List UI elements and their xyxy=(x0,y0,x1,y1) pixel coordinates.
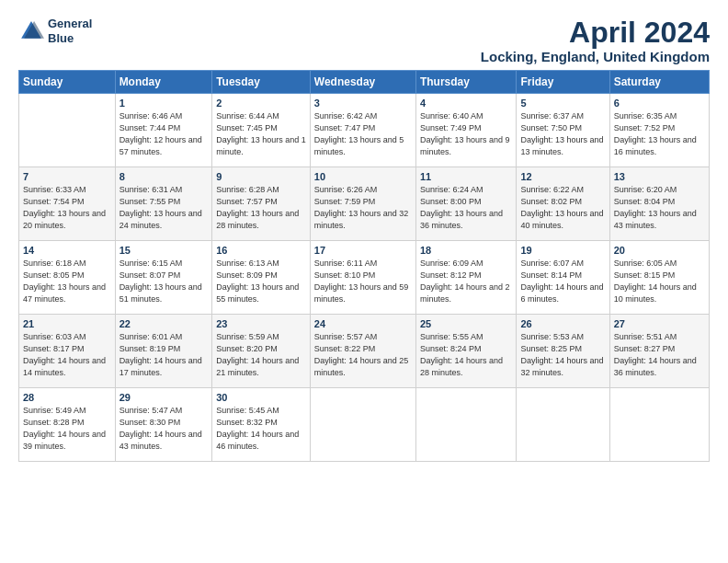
day-number: 16 xyxy=(216,245,306,256)
day-number: 7 xyxy=(23,171,111,182)
day-number: 29 xyxy=(119,392,209,403)
calendar-cell: 8Sunrise: 6:31 AMSunset: 7:55 PMDaylight… xyxy=(115,167,212,241)
day-number: 23 xyxy=(216,318,306,329)
header-cell-monday: Monday xyxy=(115,71,212,94)
cell-info: Sunrise: 5:47 AMSunset: 8:30 PMDaylight:… xyxy=(119,405,209,453)
day-number: 6 xyxy=(614,98,705,109)
week-row-5: 28Sunrise: 5:49 AMSunset: 8:28 PMDayligh… xyxy=(19,388,710,462)
calendar-cell: 9Sunrise: 6:28 AMSunset: 7:57 PMDaylight… xyxy=(212,167,311,241)
day-number: 21 xyxy=(23,318,111,329)
cell-info: Sunrise: 6:13 AMSunset: 8:09 PMDaylight:… xyxy=(216,258,306,305)
calendar-cell: 21Sunrise: 6:03 AMSunset: 8:17 PMDayligh… xyxy=(19,315,116,388)
calendar-cell: 19Sunrise: 6:07 AMSunset: 8:14 PMDayligh… xyxy=(517,241,609,315)
calendar-cell xyxy=(310,388,415,462)
calendar-cell: 18Sunrise: 6:09 AMSunset: 8:12 PMDayligh… xyxy=(415,241,516,315)
day-number: 13 xyxy=(614,171,705,182)
header-cell-wednesday: Wednesday xyxy=(310,71,415,94)
day-number: 27 xyxy=(614,318,705,329)
calendar-cell: 16Sunrise: 6:13 AMSunset: 8:09 PMDayligh… xyxy=(212,241,311,315)
week-row-3: 14Sunrise: 6:18 AMSunset: 8:05 PMDayligh… xyxy=(19,241,710,315)
calendar-cell: 15Sunrise: 6:15 AMSunset: 8:07 PMDayligh… xyxy=(115,241,212,315)
logo-line2: Blue xyxy=(48,31,92,46)
calendar-cell: 4Sunrise: 6:40 AMSunset: 7:49 PMDaylight… xyxy=(415,94,516,167)
cell-info: Sunrise: 6:35 AMSunset: 7:52 PMDaylight:… xyxy=(614,110,705,158)
calendar-cell: 26Sunrise: 5:53 AMSunset: 8:25 PMDayligh… xyxy=(517,315,609,388)
calendar-cell: 23Sunrise: 5:59 AMSunset: 8:20 PMDayligh… xyxy=(212,315,311,388)
cell-info: Sunrise: 6:46 AMSunset: 7:44 PMDaylight:… xyxy=(119,110,209,158)
cell-info: Sunrise: 6:28 AMSunset: 7:57 PMDaylight:… xyxy=(216,184,306,232)
calendar-cell xyxy=(517,388,609,462)
calendar-cell xyxy=(19,94,116,167)
day-number: 24 xyxy=(314,318,412,329)
day-number: 26 xyxy=(520,318,605,329)
calendar-cell xyxy=(609,388,709,462)
day-number: 14 xyxy=(23,245,111,256)
cell-info: Sunrise: 5:49 AMSunset: 8:28 PMDaylight:… xyxy=(23,405,111,453)
week-row-4: 21Sunrise: 6:03 AMSunset: 8:17 PMDayligh… xyxy=(19,315,710,388)
day-number: 11 xyxy=(420,171,512,182)
calendar-cell: 29Sunrise: 5:47 AMSunset: 8:30 PMDayligh… xyxy=(115,388,212,462)
header-cell-sunday: Sunday xyxy=(19,71,116,94)
day-number: 20 xyxy=(614,245,705,256)
calendar-cell: 27Sunrise: 5:51 AMSunset: 8:27 PMDayligh… xyxy=(609,315,709,388)
header: General Blue April 2024 Locking, England… xyxy=(18,17,710,64)
header-row: SundayMondayTuesdayWednesdayThursdayFrid… xyxy=(19,71,710,94)
day-number: 12 xyxy=(520,171,605,182)
calendar-cell: 7Sunrise: 6:33 AMSunset: 7:54 PMDaylight… xyxy=(19,167,116,241)
calendar-cell: 10Sunrise: 6:26 AMSunset: 7:59 PMDayligh… xyxy=(310,167,415,241)
cell-info: Sunrise: 6:15 AMSunset: 8:07 PMDaylight:… xyxy=(119,258,209,305)
calendar-cell: 5Sunrise: 6:37 AMSunset: 7:50 PMDaylight… xyxy=(517,94,609,167)
week-row-1: 1Sunrise: 6:46 AMSunset: 7:44 PMDaylight… xyxy=(19,94,710,167)
cell-info: Sunrise: 6:09 AMSunset: 8:12 PMDaylight:… xyxy=(420,258,512,305)
cell-info: Sunrise: 5:53 AMSunset: 8:25 PMDaylight:… xyxy=(520,331,605,379)
day-number: 17 xyxy=(314,245,412,256)
cell-info: Sunrise: 6:31 AMSunset: 7:55 PMDaylight:… xyxy=(119,184,209,232)
calendar-cell: 28Sunrise: 5:49 AMSunset: 8:28 PMDayligh… xyxy=(19,388,116,462)
header-cell-saturday: Saturday xyxy=(609,71,709,94)
day-number: 25 xyxy=(420,318,512,329)
cell-info: Sunrise: 6:33 AMSunset: 7:54 PMDaylight:… xyxy=(23,184,111,232)
day-number: 1 xyxy=(119,98,209,109)
day-number: 19 xyxy=(520,245,605,256)
cell-info: Sunrise: 6:22 AMSunset: 8:02 PMDaylight:… xyxy=(520,184,605,232)
day-number: 15 xyxy=(119,245,209,256)
cell-info: Sunrise: 6:18 AMSunset: 8:05 PMDaylight:… xyxy=(23,258,111,305)
calendar-cell: 20Sunrise: 6:05 AMSunset: 8:15 PMDayligh… xyxy=(609,241,709,315)
day-number: 18 xyxy=(420,245,512,256)
main-title: April 2024 xyxy=(481,17,710,49)
calendar-cell: 24Sunrise: 5:57 AMSunset: 8:22 PMDayligh… xyxy=(310,315,415,388)
title-block: April 2024 Locking, England, United King… xyxy=(481,17,710,64)
cell-info: Sunrise: 6:40 AMSunset: 7:49 PMDaylight:… xyxy=(420,110,512,158)
calendar-cell: 22Sunrise: 6:01 AMSunset: 8:19 PMDayligh… xyxy=(115,315,212,388)
logo-line1: General xyxy=(48,17,92,31)
week-row-2: 7Sunrise: 6:33 AMSunset: 7:54 PMDaylight… xyxy=(19,167,710,241)
day-number: 30 xyxy=(216,392,306,403)
day-number: 22 xyxy=(119,318,209,329)
cell-info: Sunrise: 6:24 AMSunset: 8:00 PMDaylight:… xyxy=(420,184,512,232)
day-number: 8 xyxy=(119,171,209,182)
day-number: 3 xyxy=(314,98,412,109)
cell-info: Sunrise: 6:05 AMSunset: 8:15 PMDaylight:… xyxy=(614,258,705,305)
calendar-header: SundayMondayTuesdayWednesdayThursdayFrid… xyxy=(19,71,710,94)
logo-icon xyxy=(18,18,44,44)
logo: General Blue xyxy=(18,17,92,45)
cell-info: Sunrise: 6:07 AMSunset: 8:14 PMDaylight:… xyxy=(520,258,605,305)
cell-info: Sunrise: 5:45 AMSunset: 8:32 PMDaylight:… xyxy=(216,405,306,453)
calendar-cell: 13Sunrise: 6:20 AMSunset: 8:04 PMDayligh… xyxy=(609,167,709,241)
calendar-table: SundayMondayTuesdayWednesdayThursdayFrid… xyxy=(18,70,710,462)
calendar-cell: 3Sunrise: 6:42 AMSunset: 7:47 PMDaylight… xyxy=(310,94,415,167)
calendar-cell: 12Sunrise: 6:22 AMSunset: 8:02 PMDayligh… xyxy=(517,167,609,241)
calendar-cell: 17Sunrise: 6:11 AMSunset: 8:10 PMDayligh… xyxy=(310,241,415,315)
calendar-cell: 1Sunrise: 6:46 AMSunset: 7:44 PMDaylight… xyxy=(115,94,212,167)
header-cell-thursday: Thursday xyxy=(415,71,516,94)
cell-info: Sunrise: 5:57 AMSunset: 8:22 PMDaylight:… xyxy=(314,331,412,379)
calendar-cell: 14Sunrise: 6:18 AMSunset: 8:05 PMDayligh… xyxy=(19,241,116,315)
calendar-cell: 2Sunrise: 6:44 AMSunset: 7:45 PMDaylight… xyxy=(212,94,311,167)
day-number: 5 xyxy=(520,98,605,109)
subtitle: Locking, England, United Kingdom xyxy=(481,49,710,64)
logo-text: General Blue xyxy=(48,17,92,45)
calendar-cell xyxy=(415,388,516,462)
calendar-body: 1Sunrise: 6:46 AMSunset: 7:44 PMDaylight… xyxy=(19,94,710,462)
calendar-cell: 6Sunrise: 6:35 AMSunset: 7:52 PMDaylight… xyxy=(609,94,709,167)
cell-info: Sunrise: 6:11 AMSunset: 8:10 PMDaylight:… xyxy=(314,258,412,305)
